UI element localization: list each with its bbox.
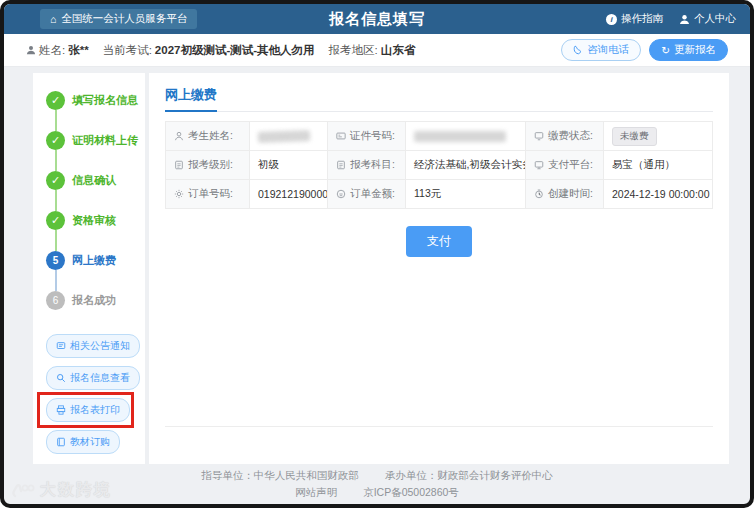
pay-button-row: 支付	[165, 226, 713, 257]
sidebar: ✓ 填写报名信息 ✓ 证明材料上传 ✓ 信息确认 ✓ 资格审核	[33, 73, 145, 464]
footer: 指导单位：中华人民共和国财政部 承办单位：财政部会计财务评价中心 网站声明 京I…	[4, 464, 750, 504]
check-icon: ✓	[46, 131, 65, 150]
magnifier-icon	[56, 373, 66, 383]
watermark: 大数跨境	[12, 480, 112, 501]
field-label: 报考级别:	[166, 151, 250, 180]
personal-center-link[interactable]: 个人中心	[679, 12, 736, 26]
check-icon: ✓	[46, 91, 65, 110]
money-icon	[336, 189, 346, 199]
exam-subjects-value: 经济法基础,初级会计实务	[406, 151, 526, 180]
candidate-info-bar: 姓名: 张** 当前考试: 2027初级测试-测试-其他人勿用 报考地区: 山东…	[4, 34, 750, 67]
name-value: 张**	[68, 43, 88, 58]
platform-home-button[interactable]: ⌂ 全国统一会计人员服务平台	[40, 9, 197, 29]
personal-center-label: 个人中心	[694, 12, 736, 26]
label-text: 报考级别:	[188, 158, 233, 172]
payment-info-table: 考生姓名: 证件号码: 缴费状态: 未缴费 报考级别:	[165, 121, 713, 209]
section-title: 网上缴费	[165, 86, 217, 112]
navbar-right: i 操作指南 个人中心	[606, 12, 736, 26]
notice-label: 相关公告通知	[70, 339, 130, 353]
id-number-value	[406, 122, 526, 151]
home-icon: ⌂	[50, 13, 56, 25]
guide-link[interactable]: i 操作指南	[606, 12, 663, 26]
section-header: 网上缴费	[165, 85, 713, 112]
textbook-order-button[interactable]: 教材订购	[46, 430, 120, 454]
step-progress: ✓ 填写报名信息 ✓ 证明材料上传 ✓ 信息确认 ✓ 资格审核	[46, 91, 145, 310]
printer-icon	[56, 405, 66, 415]
app-window: ⌂ 全国统一会计人员服务平台 报名信息填写 i 操作指南 个人中心 姓名: 张*…	[0, 0, 754, 508]
info-icon: i	[606, 14, 617, 25]
field-label: 证件号码:	[328, 122, 406, 151]
exam-value: 2027初级测试-测试-其他人勿用	[155, 43, 315, 58]
pay-button[interactable]: 支付	[406, 226, 472, 257]
step-qualification-review: ✓ 资格审核	[46, 211, 145, 230]
field-label: 创建时间:	[526, 180, 604, 209]
step-label: 填写报名信息	[72, 93, 138, 108]
site-statement-link[interactable]: 网站声明	[295, 486, 337, 500]
step-label: 报名成功	[72, 293, 116, 308]
print-form-label: 报名表打印	[70, 403, 120, 417]
step-upload-materials: ✓ 证明材料上传	[46, 131, 145, 150]
step-number: 5	[46, 251, 65, 270]
step-fill-info: ✓ 填写报名信息	[46, 91, 145, 110]
id-card-icon	[336, 131, 346, 141]
clock-icon	[534, 189, 544, 199]
page-body: ✓ 填写报名信息 ✓ 证明材料上传 ✓ 信息确认 ✓ 资格审核	[4, 67, 750, 464]
step-connector	[55, 230, 57, 251]
consult-phone-label: 咨询电话	[587, 43, 629, 57]
step-label: 资格审核	[72, 213, 116, 228]
renew-registration-button[interactable]: ↻ 更新报名	[649, 39, 728, 61]
field-label: 订单号码:	[166, 180, 250, 209]
renew-registration-label: 更新报名	[674, 43, 716, 57]
watermark-text: 大数跨境	[40, 480, 112, 501]
candidate-name-value	[250, 122, 328, 151]
footer-guide-unit: 指导单位：中华人民共和国财政部	[201, 469, 359, 483]
person-icon	[26, 45, 36, 55]
textbook-order-label: 教材订购	[70, 435, 110, 449]
step-confirm-info: ✓ 信息确认	[46, 171, 145, 190]
announcement-icon	[56, 341, 66, 351]
platform-badge-label: 全国统一会计人员服务平台	[61, 12, 187, 26]
user-icon	[174, 131, 184, 141]
current-exam: 当前考试: 2027初级测试-测试-其他人勿用	[103, 43, 315, 58]
notice-button[interactable]: 相关公告通知	[46, 334, 140, 358]
field-label: 订单金额:	[328, 180, 406, 209]
payment-platform-value: 易宝（通用）	[604, 151, 712, 180]
consult-phone-button[interactable]: 咨询电话	[561, 39, 641, 61]
label-text: 创建时间:	[548, 187, 593, 201]
exam-region: 报考地区: 山东省	[329, 43, 416, 58]
view-registration-button[interactable]: 报名信息查看	[46, 366, 140, 390]
gear-icon	[174, 189, 184, 199]
label-text: 考生姓名:	[188, 129, 233, 143]
field-label: 报考科目:	[328, 151, 406, 180]
check-icon: ✓	[46, 171, 65, 190]
card-divider	[165, 426, 713, 427]
footer-organizer-unit: 承办单位：财政部会计财务评价中心	[385, 469, 553, 483]
print-form-button[interactable]: 报名表打印	[46, 398, 130, 422]
document-icon	[336, 160, 346, 170]
candidate-name: 姓名: 张**	[26, 43, 89, 58]
user-icon	[679, 14, 690, 25]
check-icon: ✓	[46, 211, 65, 230]
field-label: 考生姓名:	[166, 122, 250, 151]
phone-icon	[573, 45, 583, 55]
payment-panel: 网上缴费 考生姓名: 证件号码: 缴费状态:	[149, 73, 729, 464]
label-text: 支付平台:	[548, 158, 593, 172]
label-text: 报考科目:	[350, 158, 395, 172]
step-connector	[55, 270, 57, 291]
label-text: 订单金额:	[350, 187, 395, 201]
masked-value	[258, 130, 310, 143]
step-label: 网上缴费	[72, 253, 116, 268]
field-label: 缴费状态:	[526, 122, 604, 151]
step-label: 信息确认	[72, 173, 116, 188]
step-number: 6	[46, 291, 65, 310]
step-connector	[55, 110, 57, 131]
page-title: 报名信息填写	[329, 10, 425, 29]
step-connector	[55, 190, 57, 211]
top-navbar: ⌂ 全国统一会计人员服务平台 报名信息填写 i 操作指南 个人中心	[4, 4, 750, 34]
step-online-payment: 5 网上缴费	[46, 251, 145, 270]
view-registration-label: 报名信息查看	[70, 371, 130, 385]
payment-status-value: 未缴费	[604, 122, 712, 151]
document-icon	[174, 160, 184, 170]
icp-number: 京ICP备05002860号	[363, 486, 459, 500]
sidebar-actions: 相关公告通知 报名信息查看	[46, 334, 145, 454]
